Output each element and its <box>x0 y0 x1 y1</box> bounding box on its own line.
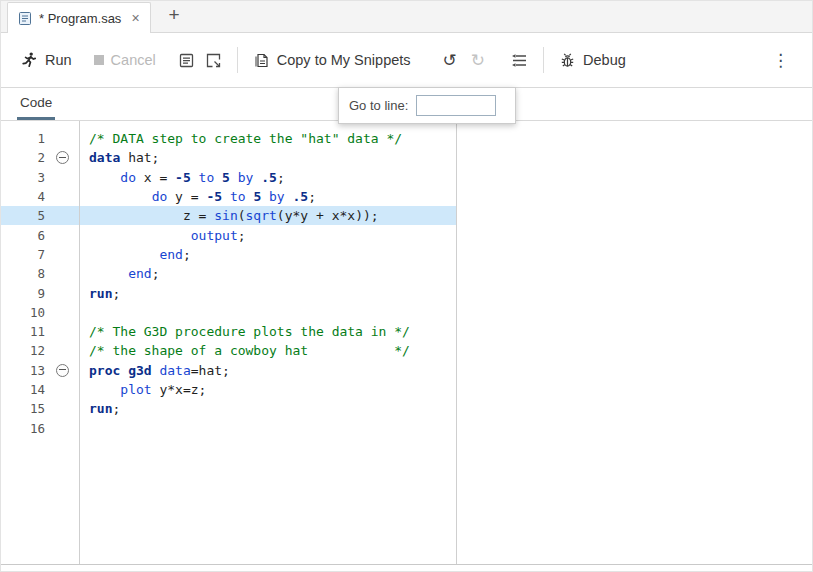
run-button[interactable]: Run <box>15 45 77 75</box>
code-line[interactable]: 11/* The G3D procedure plots the data in… <box>1 322 457 341</box>
code-line[interactable]: 2data hat; <box>1 148 457 167</box>
tab-program-sas[interactable]: * Program.sas × <box>7 2 151 33</box>
line-number: 2 <box>1 150 45 165</box>
code-line-content[interactable]: /* DATA step to create the "hat" data */ <box>79 131 402 146</box>
code-line[interactable]: 3 do x = -5 to 5 by .5; <box>1 168 457 187</box>
code-token: y*x=z; <box>152 382 207 397</box>
code-token: proc <box>89 363 120 378</box>
code-line[interactable]: 13proc g3d data=hat; <box>1 361 457 380</box>
code-line[interactable]: 6 output; <box>1 225 457 244</box>
code-token: run <box>89 286 112 301</box>
code-line-content[interactable]: do x = -5 to 5 by .5; <box>79 170 285 185</box>
panel-divider[interactable] <box>456 121 457 564</box>
code-line-content[interactable]: /* the shape of a cowboy hat */ <box>79 343 410 358</box>
code-token: (y*y + x*x)); <box>277 208 379 223</box>
line-number: 15 <box>1 401 45 416</box>
code-token: ; <box>112 286 120 301</box>
code-line[interactable]: 4 do y = -5 to 5 by .5; <box>1 187 457 206</box>
goto-line-popup: Go to line: <box>338 87 516 124</box>
code-line[interactable]: 12/* the shape of a cowboy hat */ <box>1 341 457 360</box>
code-line-content[interactable]: run; <box>79 286 120 301</box>
code-token <box>261 189 269 204</box>
runner-icon <box>20 51 38 69</box>
code-line-content[interactable]: proc g3d data=hat; <box>79 363 230 378</box>
code-line[interactable]: 5 z = sin(sqrt(y*y + x*x)); <box>1 206 457 225</box>
code-line[interactable]: 7 end; <box>1 245 457 264</box>
line-number: 12 <box>1 343 45 358</box>
line-number: 1 <box>1 131 45 146</box>
code-token: do <box>152 189 168 204</box>
code-line-content[interactable]: end; <box>79 266 159 281</box>
redo-button: ↻ <box>464 47 492 74</box>
debug-button[interactable]: Debug <box>554 46 631 75</box>
line-number: 5 <box>1 208 45 223</box>
format-code-button[interactable] <box>504 47 533 74</box>
code-token <box>230 170 238 185</box>
code-line[interactable]: 15run; <box>1 399 457 418</box>
code-token: /* The G3D procedure plots the data in *… <box>89 324 410 339</box>
code-token <box>285 189 293 204</box>
code-token: end <box>159 247 182 262</box>
code-line[interactable]: 9run; <box>1 283 457 302</box>
page-text-icon <box>178 52 195 69</box>
code-token: output <box>191 228 238 243</box>
code-line-content[interactable]: data hat; <box>79 150 159 165</box>
code-token: sin <box>214 208 237 223</box>
tab-code[interactable]: Code <box>17 88 55 120</box>
code-line-content[interactable]: z = sin(sqrt(y*y + x*x)); <box>79 208 379 223</box>
code-lines: 1/* DATA step to create the "hat" data *… <box>1 129 457 438</box>
stop-square-icon <box>94 55 104 65</box>
line-number: 3 <box>1 170 45 185</box>
code-token: ( <box>238 208 246 223</box>
format-code-icon <box>509 53 528 68</box>
code-line-content[interactable]: /* The G3D procedure plots the data in *… <box>79 324 410 339</box>
code-token <box>89 189 152 204</box>
code-token: do <box>120 170 136 185</box>
line-number: 11 <box>1 324 45 339</box>
code-line[interactable]: 16 <box>1 418 457 437</box>
code-editor[interactable]: 1/* DATA step to create the "hat" data *… <box>1 121 812 565</box>
code-line-content[interactable]: run; <box>79 401 120 416</box>
code-token <box>89 228 191 243</box>
code-line[interactable]: 14 plot y*x=z; <box>1 380 457 399</box>
page-text-button[interactable] <box>173 46 200 75</box>
new-tab-button[interactable]: + <box>163 4 186 26</box>
code-token: =hat; <box>191 363 230 378</box>
code-line-content[interactable]: output; <box>79 228 246 243</box>
code-line[interactable]: 8 end; <box>1 264 457 283</box>
code-token: g3d <box>128 363 151 378</box>
code-token: data <box>159 363 190 378</box>
copy-to-snippets-button[interactable]: Copy to My Snippets <box>248 46 416 75</box>
undo-button[interactable]: ↺ <box>436 47 464 74</box>
line-number: 7 <box>1 247 45 262</box>
bug-icon <box>559 52 576 69</box>
line-number: 4 <box>1 189 45 204</box>
code-line[interactable]: 1/* DATA step to create the "hat" data *… <box>1 129 457 148</box>
page-export-button[interactable] <box>200 46 227 75</box>
line-number: 16 <box>1 421 45 436</box>
code-line-content[interactable]: plot y*x=z; <box>79 382 206 397</box>
code-token: to <box>230 189 246 204</box>
more-options-button[interactable]: ⋮ <box>763 48 798 73</box>
code-token: by <box>238 170 254 185</box>
copy-snippet-icon <box>253 52 270 69</box>
fold-toggle-icon[interactable] <box>56 364 69 377</box>
code-token: ; <box>308 189 316 204</box>
code-token: plot <box>120 382 151 397</box>
code-token <box>89 382 120 397</box>
code-line-content[interactable]: end; <box>79 247 191 262</box>
goto-line-input[interactable] <box>416 95 496 116</box>
code-token: x = <box>136 170 175 185</box>
fold-gutter <box>45 364 79 377</box>
code-token: -5 <box>175 170 191 185</box>
tab-close-icon[interactable]: × <box>131 11 139 25</box>
code-token: 5 <box>222 170 230 185</box>
code-token: run <box>89 401 112 416</box>
line-number: 10 <box>1 305 45 320</box>
code-token <box>120 363 128 378</box>
code-line[interactable]: 10 <box>1 303 457 322</box>
copy-to-snippets-label: Copy to My Snippets <box>277 52 411 68</box>
code-line-content[interactable]: do y = -5 to 5 by .5; <box>79 189 316 204</box>
fold-toggle-icon[interactable] <box>56 151 69 164</box>
code-token: hat; <box>120 150 159 165</box>
